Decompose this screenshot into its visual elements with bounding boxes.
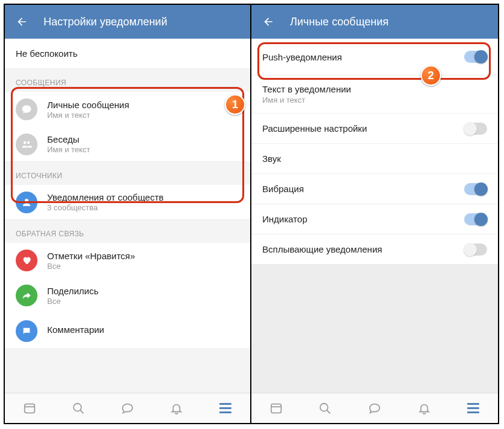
communities-label: Уведомления от сообществ <box>47 192 164 202</box>
indicator-toggle[interactable] <box>464 213 487 225</box>
personal-messages-sub: Имя и текст <box>47 111 129 120</box>
text-in-notif-label: Текст в уведомлении <box>262 84 487 94</box>
chats-sub: Имя и текст <box>47 145 90 154</box>
comments-row[interactable]: Комментарии <box>5 313 250 348</box>
vibration-label: Вибрация <box>262 184 464 194</box>
push-row[interactable]: Push-уведомления <box>251 39 498 76</box>
likes-label: Отметки «Нравится» <box>47 251 135 261</box>
sound-label: Звук <box>262 153 487 164</box>
text-in-notif-sub: Имя и текст <box>262 95 487 105</box>
nav-menu-icon[interactable] <box>218 401 233 416</box>
right-content: Push-уведомления Текст в уведомлении Имя… <box>251 39 498 393</box>
svg-point-6 <box>320 403 328 411</box>
heart-icon <box>16 250 37 271</box>
sound-row[interactable]: Звук <box>251 144 498 174</box>
appbar-right: Личные сообщения <box>251 5 498 39</box>
svg-line-7 <box>327 410 331 413</box>
svg-point-2 <box>74 403 82 411</box>
nav-notifications-icon[interactable] <box>169 401 184 416</box>
push-toggle[interactable] <box>464 51 487 63</box>
do-not-disturb-row[interactable]: Не беспокоить <box>5 39 250 69</box>
community-icon <box>16 192 37 213</box>
nav-search-icon[interactable] <box>317 401 333 416</box>
indicator-label: Индикатор <box>262 214 464 224</box>
step-badge-2: 2 <box>421 65 441 86</box>
nav-news-icon[interactable] <box>22 401 37 416</box>
nav-messages-icon[interactable] <box>367 401 383 416</box>
communities-sub: 3 сообщества <box>47 203 164 212</box>
advanced-row[interactable]: Расширенные настройки <box>251 114 498 144</box>
chats-row[interactable]: Беседы Имя и текст <box>5 127 250 162</box>
back-arrow-icon[interactable] <box>261 15 276 29</box>
chats-label: Беседы <box>47 134 90 144</box>
nav-notifications-icon[interactable] <box>416 401 432 416</box>
likes-row[interactable]: Отметки «Нравится» Все <box>5 243 250 278</box>
page-title: Настройки уведомлений <box>44 16 167 28</box>
nav-news-icon[interactable] <box>268 401 284 416</box>
svg-rect-0 <box>24 404 34 413</box>
bottom-nav <box>251 393 498 423</box>
nav-menu-icon[interactable] <box>465 401 481 416</box>
shares-sub: Все <box>47 297 99 306</box>
section-sources-header: ИСТОЧНИКИ <box>5 162 250 185</box>
back-arrow-icon[interactable] <box>15 15 29 29</box>
vibration-toggle[interactable] <box>464 183 487 195</box>
svg-rect-4 <box>271 404 282 413</box>
text-in-notif-row[interactable]: Текст в уведомлении Имя и текст <box>251 76 498 114</box>
advanced-label: Расширенные настройки <box>262 123 464 134</box>
left-content: Не беспокоить СООБЩЕНИЯ Личные сообщения… <box>5 39 250 393</box>
likes-sub: Все <box>47 262 135 271</box>
shares-row[interactable]: Поделились Все <box>5 278 250 313</box>
bottom-nav <box>5 393 250 423</box>
nav-search-icon[interactable] <box>71 401 86 416</box>
message-icon <box>16 98 37 120</box>
communities-row[interactable]: Уведомления от сообществ 3 сообщества <box>5 185 250 220</box>
group-icon <box>16 134 37 155</box>
indicator-row[interactable]: Индикатор <box>251 204 498 234</box>
svg-line-3 <box>80 410 84 413</box>
advanced-toggle[interactable] <box>464 123 487 135</box>
appbar-left: Настройки уведомлений <box>5 5 250 39</box>
section-feedback-header: ОБРАТНАЯ СВЯЗЬ <box>5 220 250 243</box>
page-title: Личные сообщения <box>290 16 389 28</box>
empty-area <box>251 265 498 393</box>
comment-icon <box>16 320 37 342</box>
shares-label: Поделились <box>47 286 99 296</box>
personal-messages-label: Личные сообщения <box>47 100 129 110</box>
right-screen: Личные сообщения Push-уведомления Текст … <box>251 5 498 423</box>
comments-label: Комментарии <box>47 324 104 335</box>
step-badge-1: 1 <box>225 94 245 115</box>
popup-toggle[interactable] <box>464 244 487 256</box>
push-label: Push-уведомления <box>262 52 464 62</box>
left-screen: Настройки уведомлений Не беспокоить СООБ… <box>5 5 251 423</box>
nav-messages-icon[interactable] <box>120 401 135 416</box>
section-messages-header: СООБЩЕНИЯ <box>5 69 250 92</box>
vibration-row[interactable]: Вибрация <box>251 174 498 204</box>
do-not-disturb-label: Не беспокоить <box>16 48 239 59</box>
popup-row[interactable]: Всплывающие уведомления <box>251 234 498 265</box>
popup-label: Всплывающие уведомления <box>262 244 464 254</box>
personal-messages-row[interactable]: Личные сообщения Имя и текст <box>5 92 250 127</box>
share-icon <box>16 285 37 306</box>
